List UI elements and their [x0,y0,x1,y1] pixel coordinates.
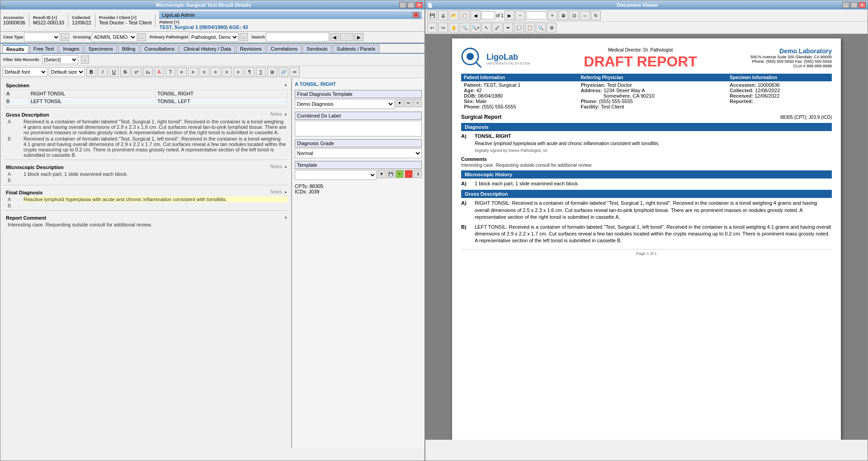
template-select[interactable] [295,170,377,180]
doc-zoom-in-btn[interactable]: + [547,10,557,20]
doc-minimize-btn[interactable]: _ [842,2,849,8]
doc-fwd-btn[interactable]: ↪ [438,23,448,33]
doc-zoom-plus-btn[interactable]: 🔍+ [471,23,481,33]
align-justify-btn[interactable]: ≡ [211,67,221,77]
doc-close-btn[interactable]: ✕ [859,2,866,8]
edit-btn[interactable]: ✏ [290,67,300,77]
outdent-btn[interactable]: ¶ [245,67,255,77]
doc-cursor-btn[interactable]: ↖ [481,23,491,33]
font-family-select[interactable]: Default font [2,67,47,76]
zoom-input[interactable]: 113% [526,11,547,19]
tab-sendouts[interactable]: Sendouts [302,45,331,53]
close-button[interactable]: ✕ [415,2,423,8]
doc-search-btn[interactable]: 🔍 [536,23,546,33]
doc-next-btn[interactable]: ▶ [505,10,514,20]
tab-free-text[interactable]: Free Text [29,45,58,53]
gross-text-a[interactable]: Received is a container of formalin labe… [24,119,288,135]
page-number-input[interactable]: 1 [481,11,495,19]
tab-results[interactable]: Results [2,45,28,53]
doc-copy-btn[interactable]: 📋 [460,10,470,20]
search-input[interactable] [266,33,329,42]
case-type-btn[interactable]: ... [61,33,69,41]
text-format-btn[interactable]: T [165,67,175,77]
list-unordered-btn[interactable]: ≡ [233,67,243,77]
doc-highlight-btn[interactable]: 🖊 [492,23,502,33]
grossing-select[interactable]: ADMIN, DEMO [92,33,137,42]
table-btn[interactable]: ⊞ [267,67,277,77]
sum-btn[interactable]: ∑ [256,67,266,77]
doc-prev-btn[interactable]: ◀ [471,10,481,20]
doc-settings-btn[interactable]: ⚙ [547,23,557,33]
final-collapse[interactable]: ▲ [284,190,288,194]
doc-rotate-btn[interactable]: ↻ [591,10,601,20]
gross-collapse[interactable]: ▲ [284,112,288,116]
doc-copy2-btn[interactable]: 📋 [525,23,535,33]
case-type-select[interactable] [24,33,60,42]
bold-btn[interactable]: B [86,67,96,77]
filter-btn[interactable]: ... [81,56,89,64]
underline-btn[interactable]: U [109,67,119,77]
superscript-btn[interactable]: x² [132,67,142,77]
micro-text-a[interactable]: 1 block each part, 1 slide examined each… [24,171,288,177]
doc-open-btn[interactable]: 📂 [449,10,459,20]
link-btn[interactable]: 🔗 [278,67,288,77]
pathologist-select[interactable]: Pathologist, Demo [189,33,239,42]
final-diag-template-select[interactable]: Demo Diagnosis [295,99,395,109]
template-add-btn[interactable]: + [414,99,422,107]
align-center-btn[interactable]: ≡ [188,67,198,77]
font-size-select[interactable]: Default size [49,67,85,76]
tab-subtests[interactable]: Subtests / Panels [333,45,380,53]
tab-specimens[interactable]: Specimens [84,45,117,53]
align-right-btn[interactable]: ≡ [199,67,209,77]
search-prev-btn[interactable]: ◀ [330,33,339,41]
combined-dx-input[interactable] [295,121,422,136]
doc-zoom-area-btn[interactable]: 🔍 [460,23,470,33]
template-save-btn[interactable]: ▼ [396,99,404,107]
subscript-btn[interactable]: x₂ [143,67,153,77]
tab-consultations[interactable]: Consultations [140,45,179,53]
tab-billing[interactable]: Billing [118,45,139,53]
template-save2-btn[interactable]: 💾 [387,170,395,178]
template-red-btn[interactable]: - [405,170,413,178]
doc-chat-btn[interactable]: 💬 [514,23,524,33]
template-dropdown-btn[interactable]: ▼ [377,170,386,178]
doc-back-btn[interactable]: ↩ [427,23,437,33]
final-diag-text-a[interactable]: Reactive lymphoid hyperplasia with acute… [24,197,288,202]
italic-btn[interactable]: I [98,67,108,77]
gross-text-b[interactable]: Received is a container of formalin labe… [24,136,288,158]
font-color-btn[interactable]: A [154,67,164,77]
specimen-collapse[interactable]: ▲ [284,83,288,87]
grossing-btn[interactable]: ... [138,33,146,41]
template-info-btn[interactable]: ℹ [414,170,422,178]
admin-close-button[interactable]: ✕ [413,12,419,18]
template-green-btn[interactable]: + [396,170,404,178]
tab-revisions[interactable]: Revisions [236,45,266,53]
maximize-button[interactable]: □ [407,2,415,8]
specimen-info-row: Accession: 10000836 Collected: 12/06/202… [727,81,832,110]
comment-text[interactable]: Interesting case. Requesting outside con… [8,222,288,227]
align-left-btn[interactable]: ≡ [177,67,187,77]
micro-collapse[interactable]: ▲ [284,165,288,169]
tab-clinical-history[interactable]: Clinical History / Data [179,45,235,53]
comment-collapse[interactable]: ▲ [284,215,288,219]
doc-zoom-out-btn[interactable]: − [515,10,525,20]
doc-save-btn[interactable]: 💾 [427,10,437,20]
doc-print-btn[interactable]: 🖨 [438,10,448,20]
search-next-btn[interactable]: ▶ [354,33,363,41]
doc-fit-btn[interactable]: ⊡ [569,10,579,20]
doc-maximize-btn[interactable]: □ [850,2,858,8]
template-edit-btn[interactable]: ✏ [405,99,413,107]
doc-width-btn[interactable]: ↔ [580,10,590,20]
diagnosis-grade-select[interactable]: Normal [295,148,422,158]
doc-pen-btn[interactable]: ✒ [503,23,513,33]
tab-images[interactable]: Images [59,45,83,53]
search-box-btn[interactable] [340,33,354,41]
strikethrough-btn[interactable]: S [120,67,130,77]
tab-correlations[interactable]: Correlations [267,45,302,53]
doc-screen-btn[interactable]: 🖥 [558,10,568,20]
pathologist-btn[interactable]: ... [240,33,248,41]
filter-select[interactable]: [Select] [42,55,78,64]
minimize-button[interactable]: _ [399,2,406,8]
doc-hand-btn[interactable]: ✋ [449,23,459,33]
list-ordered-btn[interactable]: ≡ [222,67,232,77]
